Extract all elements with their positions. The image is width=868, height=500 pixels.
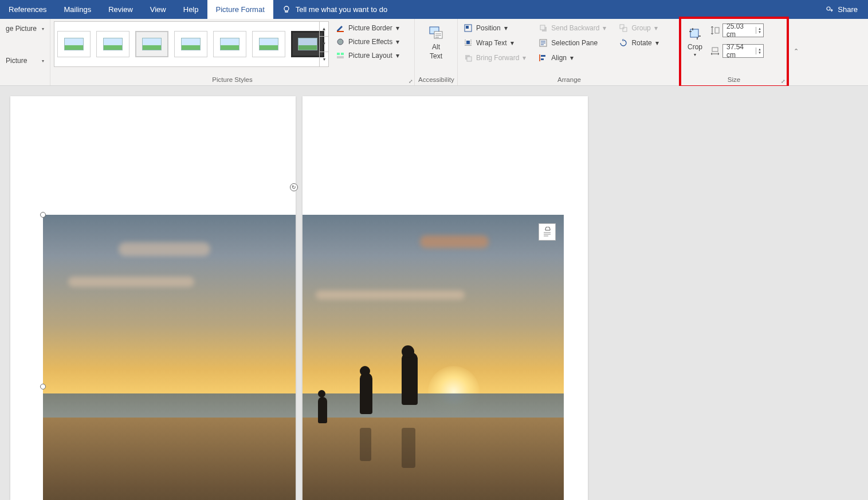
adjust-group: ge Picture ▾ Picture ▾ [0, 19, 50, 85]
reset-picture-label: Picture [6, 57, 27, 65]
tab-picture-format[interactable]: Picture Format [207, 0, 273, 19]
height-value: 25.03 cm [723, 22, 756, 38]
svg-rect-21 [690, 29, 698, 37]
rotate-button[interactable]: Rotate▾ [616, 36, 661, 50]
document-canvas[interactable]: ↻ [0, 86, 868, 500]
style-thumb-5[interactable] [213, 31, 246, 57]
size-group-label: Size [685, 76, 783, 84]
chevron-down-icon: ▾ [42, 58, 44, 64]
tab-references[interactable]: References [0, 0, 55, 19]
size-launcher[interactable]: ⤢ [781, 78, 785, 84]
wrap-text-label: Wrap Text [476, 39, 507, 47]
gallery-scroll-down[interactable]: ▼ [320, 37, 328, 52]
group-button[interactable]: Group▾ [616, 21, 661, 35]
layout-icon [336, 51, 345, 60]
gallery-scroll-up[interactable]: ▲ [320, 22, 328, 37]
change-picture-button[interactable]: ge Picture ▾ [3, 21, 46, 36]
tell-me-label: Tell me what you want to do [296, 5, 387, 14]
picture-border-button[interactable]: Picture Border ▾ [333, 21, 411, 35]
chevron-down-icon: ▾ [570, 54, 574, 62]
tab-mailings[interactable]: Mailings [55, 0, 100, 19]
accessibility-group: Alt Text Accessibility [415, 19, 458, 85]
tab-help[interactable]: Help [175, 0, 207, 19]
picture-layout-button[interactable]: Picture Layout ▾ [333, 49, 411, 62]
align-button[interactable]: Align▾ [536, 51, 608, 65]
resize-handle-tl[interactable] [40, 212, 46, 218]
selected-picture-left[interactable] [43, 215, 296, 500]
chevron-down-icon: ▾ [396, 24, 399, 32]
height-down[interactable]: ▼ [756, 30, 763, 34]
svg-rect-19 [620, 25, 624, 29]
style-thumb-3[interactable] [135, 31, 168, 57]
svg-rect-13 [467, 57, 472, 61]
share-button[interactable]: Share [815, 5, 868, 14]
svg-rect-5 [341, 53, 344, 55]
alt-text-icon [427, 25, 445, 42]
change-picture-label: ge Picture [6, 25, 37, 33]
tab-review[interactable]: Review [100, 0, 142, 19]
position-icon [464, 23, 473, 33]
layout-options-button[interactable] [539, 223, 556, 241]
chevron-down-icon: ▾ [42, 26, 44, 32]
picture-styles-launcher[interactable]: ⤢ [409, 78, 413, 84]
tell-me-search[interactable]: Tell me what you want to do [273, 5, 396, 14]
height-row: 25.03 cm ▲▼ [710, 23, 764, 37]
position-label: Position [476, 24, 501, 32]
gallery-more[interactable]: ▾ [320, 52, 328, 66]
svg-point-3 [337, 39, 343, 45]
picture-styles-label: Picture Styles [54, 76, 411, 84]
selection-pane-label: Selection Pane [551, 39, 598, 47]
width-down[interactable]: ▼ [756, 51, 763, 54]
svg-rect-2 [337, 31, 344, 32]
wrap-text-button[interactable]: Wrap Text▾ [461, 36, 528, 50]
resize-handle-ml[interactable] [40, 384, 46, 389]
share-label: Share [838, 5, 858, 14]
style-thumb-2[interactable] [96, 31, 129, 57]
picture-effects-button[interactable]: Picture Effects ▾ [333, 35, 411, 49]
height-icon [710, 25, 720, 36]
collapse-ribbon[interactable]: ⌃ [787, 19, 802, 85]
selected-picture-right[interactable] [303, 215, 564, 500]
style-thumb-4[interactable] [174, 31, 207, 57]
reset-picture-button[interactable]: Picture ▾ [3, 53, 46, 68]
send-backward-icon [539, 23, 548, 33]
group-label-text: Group [631, 24, 650, 32]
chevron-down-icon: ▾ [510, 39, 514, 47]
rotate-handle[interactable]: ↻ [290, 183, 298, 191]
arrange-group: Position▾ Wrap Text▾ Bring Forward▾ Send… [458, 19, 681, 85]
svg-point-0 [284, 6, 289, 11]
crop-label: Crop [688, 43, 702, 51]
svg-rect-20 [623, 27, 627, 32]
chevron-down-icon: ▾ [504, 24, 508, 32]
blank-spacer [3, 76, 46, 84]
width-icon [710, 46, 720, 56]
picture-effects-label: Picture Effects [348, 38, 392, 46]
crop-icon [687, 26, 703, 42]
tab-view[interactable]: View [142, 0, 175, 19]
svg-rect-23 [712, 48, 718, 52]
width-input[interactable]: 37.54 cm ▲▼ [722, 44, 764, 58]
crop-button[interactable]: Crop ▾ [685, 23, 705, 57]
picture-style-gallery[interactable]: ▲ ▼ ▾ [54, 21, 329, 67]
height-input[interactable]: 25.03 cm ▲▼ [722, 23, 764, 37]
bring-forward-icon [464, 53, 473, 62]
chevron-down-icon: ▾ [694, 52, 696, 57]
send-backward-button[interactable]: Send Backward▾ [536, 21, 608, 35]
bring-forward-button[interactable]: Bring Forward▾ [461, 51, 528, 65]
ribbon-tabs: References Mailings Review View Help Pic… [0, 0, 868, 19]
style-thumb-6[interactable] [252, 31, 285, 57]
wrap-icon [464, 38, 473, 48]
gallery-scroll: ▲ ▼ ▾ [319, 22, 328, 66]
chevron-down-icon: ▾ [603, 24, 606, 32]
svg-rect-4 [337, 53, 340, 55]
style-thumb-1[interactable] [57, 31, 91, 57]
selection-pane-icon [539, 38, 548, 48]
send-backward-label: Send Backward [551, 24, 599, 32]
position-button[interactable]: Position▾ [461, 21, 528, 35]
pencil-icon [336, 23, 345, 33]
chevron-down-icon: ▾ [396, 52, 399, 60]
lightbulb-icon [282, 5, 291, 14]
selection-pane-button[interactable]: Selection Pane [536, 36, 608, 50]
alt-text-line1: Alt [432, 43, 440, 51]
alt-text-button[interactable]: Alt Text [418, 21, 454, 60]
